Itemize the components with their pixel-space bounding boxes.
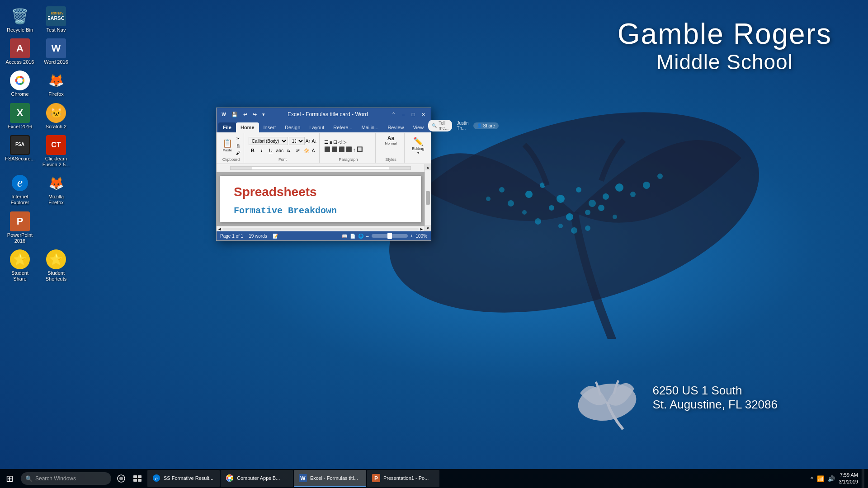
tab-home[interactable]: Home — [236, 122, 259, 132]
tab-design[interactable]: Design — [280, 122, 305, 132]
tab-layout[interactable]: Layout — [305, 122, 329, 132]
increase-font-btn[interactable]: A↑ — [306, 139, 311, 144]
desktop-icon-mozilla-firefox[interactable]: 🦊 Mozilla Firefox — [39, 171, 73, 207]
taskbar-item-ss-formative[interactable]: e SS Formative Result... — [147, 470, 220, 487]
justify-btn[interactable]: ⬛ — [346, 146, 352, 152]
tab-insert[interactable]: Insert — [259, 122, 281, 132]
svg-point-22 — [558, 224, 563, 228]
desktop-icon-recycle-bin[interactable]: 🗑️ Recycle Bin — [3, 5, 37, 35]
desktop-icon-access-2016[interactable]: A Access 2016 — [3, 37, 37, 67]
tab-references[interactable]: Refere... — [329, 122, 357, 132]
numbering-btn[interactable]: ≡ — [330, 140, 332, 145]
doc-page[interactable]: Spreadsheets Formative Breakdown ICT Ter… — [220, 176, 421, 222]
scroll-right-btn[interactable]: ► — [420, 227, 424, 231]
view-read-btn[interactable]: 📖 — [342, 234, 347, 239]
line-spacing-btn[interactable]: ↕ — [353, 147, 356, 152]
shading-btn[interactable]: 🔲 — [357, 146, 363, 152]
qa-more[interactable]: ▾ — [261, 111, 266, 118]
subscript-btn[interactable]: x₂ — [285, 146, 293, 155]
desktop-icon-word-2016[interactable]: W Word 2016 — [39, 37, 73, 67]
underline-btn[interactable]: U — [267, 146, 275, 155]
taskbar-search[interactable]: 🔍 Search Windows — [21, 472, 111, 485]
desktop-icon-clickteam[interactable]: CT Clickteam Fusion 2.5... — [39, 133, 73, 169]
increase-indent-btn[interactable]: ▷ — [343, 139, 346, 145]
qa-redo[interactable]: ↪ — [251, 111, 258, 118]
multi-level-btn[interactable]: ⊟ — [333, 139, 337, 145]
desktop-icon-student-shortcuts[interactable]: ⭐ Student Shortcuts — [39, 248, 73, 284]
desktop-icon-powerpoint-2016[interactable]: P PowerPoint 2016 — [3, 210, 37, 246]
superscript-btn[interactable]: x² — [294, 146, 302, 155]
view-web-btn[interactable]: 🌐 — [358, 234, 363, 239]
show-desktop-btn[interactable] — [862, 469, 864, 488]
paste-btn[interactable]: 📋 Paste — [221, 136, 234, 156]
task-view-btn[interactable] — [129, 469, 146, 488]
bullets-btn[interactable]: ☰ — [324, 139, 329, 145]
svg-text:e: e — [17, 175, 23, 189]
user-account[interactable]: Justin Th... — [454, 120, 471, 131]
tray-network-icon[interactable]: 📶 — [817, 475, 824, 482]
font-family-select[interactable]: Calibri (Body) — [249, 137, 288, 145]
decrease-indent-btn[interactable]: ◁ — [338, 139, 342, 145]
taskbar-item-computer-apps[interactable]: Computer Apps B... — [221, 470, 293, 487]
zoom-out-btn[interactable]: – — [366, 234, 369, 239]
qa-undo[interactable]: ↩ — [242, 111, 249, 118]
zoom-slider[interactable] — [372, 234, 408, 238]
spell-check-icon[interactable]: 📝 — [273, 234, 278, 239]
svg-point-21 — [571, 227, 577, 234]
align-left-btn[interactable]: ⬛ — [324, 146, 330, 152]
tab-mailings[interactable]: Mailin... — [357, 122, 383, 132]
school-logo-area: 6250 US 1 South St. Augustine, FL 32086 — [571, 361, 778, 434]
align-right-btn[interactable]: ⬛ — [339, 146, 345, 152]
scroll-thumb[interactable] — [426, 191, 430, 205]
scroll-up-btn[interactable]: ▲ — [425, 164, 431, 170]
tab-file[interactable]: File — [218, 122, 236, 132]
desktop-icon-excel-2016[interactable]: X Excel 2016 — [3, 101, 37, 131]
desktop-icon-internet-explorer[interactable]: e Internet Explorer — [3, 171, 37, 207]
desktop-icon-scratch-2[interactable]: 🐱 Scratch 2 — [39, 101, 73, 131]
desktop-icon-firefox[interactable]: 🦊 Firefox — [39, 69, 73, 99]
taskbar-item-presentation[interactable]: P Presentation1 - Po... — [367, 470, 439, 487]
taskbar-item-excel-formulas[interactable]: W Excel - Formulas titl... — [294, 470, 366, 487]
cut-btn[interactable]: ✂ — [235, 136, 242, 142]
svg-rect-43 — [133, 479, 137, 482]
tab-view[interactable]: View — [408, 122, 428, 132]
font-color-btn[interactable]: A — [311, 147, 316, 154]
svg-point-7 — [603, 193, 609, 200]
decrease-font-btn[interactable]: A↓ — [312, 139, 317, 144]
highlight-btn[interactable]: 🔆 — [303, 147, 310, 154]
tab-review[interactable]: Review — [383, 122, 408, 132]
tell-me-input[interactable]: 🔍 Tell me... — [428, 120, 452, 131]
maximize-btn[interactable]: □ — [409, 111, 417, 118]
vertical-scrollbar[interactable]: ▲ ▼ — [425, 164, 431, 231]
school-info: Gamble Rogers Middle School — [618, 18, 832, 74]
font-size-select[interactable]: 11 — [289, 137, 305, 145]
align-center-btn[interactable]: ⬛ — [331, 146, 338, 152]
share-btn[interactable]: 👤 Share — [473, 122, 499, 129]
close-btn[interactable]: ✕ — [419, 111, 427, 118]
scroll-down-btn[interactable]: ▼ — [425, 225, 431, 231]
ribbon-toggle-btn[interactable]: ⌃ — [389, 111, 397, 118]
styles-btn[interactable]: Aa Normal — [382, 134, 401, 146]
strikethrough-btn[interactable]: abc — [276, 146, 284, 155]
zoom-in-btn[interactable]: + — [410, 234, 413, 239]
page-indicator: Page 1 of 1 — [220, 234, 243, 239]
tray-volume-icon[interactable]: 🔊 — [828, 475, 835, 482]
italic-btn[interactable]: I — [258, 146, 266, 155]
desktop-icon-chrome[interactable]: Chrome — [3, 69, 37, 99]
desktop-icon-test-nav[interactable]: PEARSONTestNav Test Nav — [39, 5, 73, 35]
bold-btn[interactable]: B — [249, 146, 257, 155]
desktop-icon-student-share[interactable]: ⭐ Student Share — [3, 248, 37, 284]
desktop-icon-fsa-secure[interactable]: FSA FSASecure... — [3, 133, 37, 169]
editing-btn[interactable]: ✏️ Editing ▾ — [409, 136, 427, 156]
horizontal-scrollbar[interactable]: ◄ ► — [217, 226, 425, 231]
copy-btn[interactable]: ⎘ — [235, 143, 242, 149]
start-button[interactable]: ⊞ — [0, 469, 19, 488]
cortana-btn[interactable] — [113, 469, 129, 488]
view-print-btn[interactable]: 📄 — [350, 234, 355, 239]
scroll-left-btn[interactable]: ◄ — [217, 227, 222, 231]
format-painter-btn[interactable]: 🖌 — [235, 150, 242, 156]
minimize-btn[interactable]: – — [399, 111, 407, 118]
tray-expand-icon[interactable]: ^ — [811, 475, 813, 482]
qa-save[interactable]: 💾 — [230, 111, 239, 118]
svg-point-17 — [486, 197, 491, 201]
